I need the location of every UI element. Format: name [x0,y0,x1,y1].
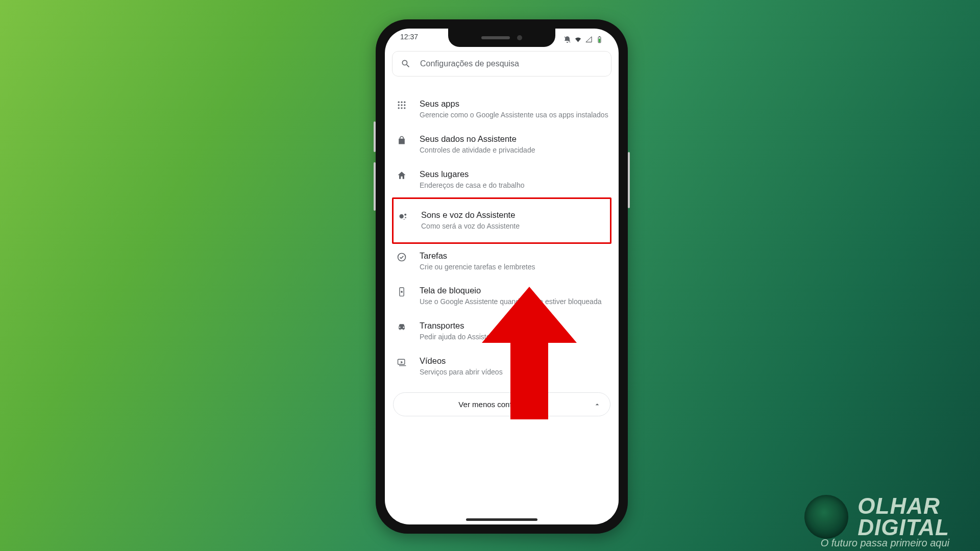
video-icon [397,357,407,367]
svg-point-4 [398,102,400,103]
brand-line2: DIGITAL [857,517,949,538]
home-indicator [466,518,537,521]
chevron-up-icon [593,400,601,409]
phone-frame: 12:37 Configurações de pesquisa [376,19,628,534]
svg-point-6 [404,102,405,103]
item-title: Seus lugares [420,169,608,179]
toggle-settings-button[interactable]: Ver menos configurações [393,392,610,416]
list-item-data[interactable]: Seus dados no Assistente Controles de at… [392,127,611,162]
brand-sphere-icon [804,495,848,539]
phone-side-button [374,162,376,211]
item-title: Tarefas [420,251,608,261]
check-circle-icon [397,252,407,262]
list-item-voice[interactable]: Sons e voz do Assistente Como será a voz… [392,197,611,244]
svg-point-11 [401,107,402,109]
svg-point-15 [405,217,406,218]
status-icons [564,33,603,46]
dnd-icon [564,36,571,43]
search-placeholder: Configurações de pesquisa [420,59,519,68]
item-subtitle: Endereços de casa e do trabalho [420,181,608,190]
brand-tagline: O futuro passa primeiro aqui [821,537,949,549]
phone-side-button [374,121,376,152]
list-item-videos[interactable]: Vídeos Serviços para abrir vídeos [392,349,611,384]
search-bar[interactable]: Configurações de pesquisa [392,51,611,77]
lock-icon [397,135,407,145]
list-item-transport[interactable]: Transportes Pedir ajuda do Assistente co… [392,314,611,349]
svg-point-9 [404,104,405,106]
screen-content: Configurações de pesquisa Seus apps Gere… [385,51,619,524]
status-bar: 12:37 [385,33,619,46]
home-icon [397,170,407,181]
wifi-icon [574,36,582,43]
list-item-apps[interactable]: Seus apps Gerencie como o Google Assiste… [392,92,611,127]
item-subtitle: Gerencie como o Google Assistente usa os… [420,110,608,120]
svg-rect-2 [599,36,600,37]
item-title: Tela de bloqueio [420,286,608,295]
apps-icon [397,100,407,110]
list-item-lockscreen[interactable]: Tela de bloqueio Use o Google Assistente… [392,279,611,314]
search-icon [401,59,411,69]
svg-point-12 [404,107,405,109]
svg-point-7 [398,104,400,106]
battery-icon [596,36,603,43]
item-title: Seus apps [420,99,608,109]
item-subtitle: Pedir ajuda do Assistente com trajetos [420,332,608,342]
car-icon [397,322,407,332]
signal-icon [585,36,593,43]
item-subtitle: Controles de atividade e privacidade [420,145,608,155]
list-item-tasks[interactable]: Tarefas Crie ou gerencie tarefas e lembr… [392,244,611,279]
phone-side-button [628,152,630,208]
settings-list: Seus apps Gerencie como o Google Assiste… [392,92,611,384]
brand-logo: OLHAR DIGITAL [804,495,949,539]
svg-point-5 [401,102,402,103]
svg-point-14 [404,213,406,215]
item-subtitle: Use o Google Assistente quando a tela es… [420,297,608,307]
item-title: Seus dados no Assistente [420,134,608,144]
svg-point-10 [398,107,400,109]
item-subtitle: Como será a voz do Assistente [421,221,607,231]
status-time: 12:37 [400,33,418,46]
svg-point-17 [398,253,406,261]
svg-rect-3 [599,38,600,42]
item-title: Transportes [420,321,608,331]
svg-point-13 [400,214,404,218]
list-item-places[interactable]: Seus lugares Endereços de casa e do trab… [392,162,611,197]
svg-point-8 [401,104,402,106]
item-title: Sons e voz do Assistente [421,210,607,220]
svg-point-16 [404,219,405,220]
item-title: Vídeos [420,356,608,366]
svg-rect-19 [401,291,402,293]
phone-lock-icon [397,287,407,297]
brand-line1: OLHAR [857,495,949,517]
phone-screen: 12:37 Configurações de pesquisa [385,29,619,524]
item-subtitle: Serviços para abrir vídeos [420,367,608,377]
item-subtitle: Crie ou gerencie tarefas e lembretes [420,262,608,272]
assistant-icon [398,211,408,221]
stage: 12:37 Configurações de pesquisa [0,0,980,551]
toggle-settings-label: Ver menos configurações [458,400,545,409]
